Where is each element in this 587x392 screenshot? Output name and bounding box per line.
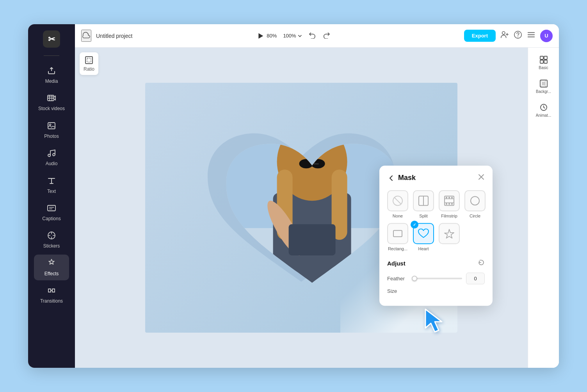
size-label: Size — [387, 288, 411, 294]
sidebar-item-media[interactable]: Media — [34, 62, 69, 88]
transitions-icon — [47, 286, 56, 297]
svg-rect-19 — [528, 32, 535, 33]
svg-line-38 — [394, 197, 401, 204]
heart-masked-image — [222, 130, 402, 298]
svg-rect-21 — [528, 37, 535, 37]
size-row: Size — [387, 288, 485, 294]
canvas-area[interactable]: Ratio — [75, 48, 528, 368]
save-to-cloud-button[interactable] — [81, 30, 91, 42]
sidebar-item-stock-videos[interactable]: Stock videos — [34, 89, 69, 115]
sidebar-item-effects-label: Effects — [44, 271, 59, 276]
svg-rect-54 — [540, 60, 543, 63]
animate-icon — [539, 103, 548, 112]
play-button[interactable]: 80% — [256, 32, 277, 40]
photos-icon — [47, 121, 56, 132]
sidebar-item-transitions[interactable]: Transitions — [34, 282, 69, 308]
help-button[interactable] — [514, 30, 522, 41]
export-button[interactable]: Export — [464, 30, 496, 42]
redo-button[interactable] — [323, 31, 331, 41]
mask-circle-label: Circle — [470, 214, 480, 218]
svg-rect-57 — [542, 82, 546, 86]
mask-panel-header: Mask — [387, 173, 485, 182]
feather-label: Feather — [387, 276, 411, 282]
svg-rect-48 — [448, 203, 450, 205]
svg-rect-44 — [446, 197, 447, 198]
mask-item-star[interactable] — [439, 223, 460, 251]
more-options-button[interactable] — [527, 30, 535, 41]
sidebar-divider — [44, 55, 59, 56]
right-panel: Basic Backgr... Animat... — [528, 48, 559, 368]
adjust-reset-button[interactable] — [478, 259, 485, 268]
right-panel-animate[interactable]: Animat... — [530, 100, 557, 121]
sidebar-item-effects[interactable]: Effects — [34, 255, 69, 280]
app-container: ✂ Media Stock — [28, 24, 559, 368]
main-area: Untitled project 80% 100% — [75, 24, 559, 368]
mask-split-label: Split — [419, 214, 427, 218]
sidebar-item-text[interactable]: Text — [34, 172, 69, 198]
svg-rect-45 — [448, 197, 450, 198]
mask-item-circle[interactable]: Circle — [464, 190, 486, 218]
sidebar-item-audio[interactable]: Audio — [34, 144, 69, 170]
mask-back-button[interactable] — [387, 174, 395, 182]
right-panel-basic[interactable]: Basic — [530, 52, 557, 73]
sidebar-item-stickers-label: Stickers — [43, 243, 60, 249]
svg-rect-2 — [48, 95, 54, 101]
svg-rect-23 — [87, 58, 91, 62]
mask-close-button[interactable] — [478, 173, 485, 182]
adjust-header: Adjust — [387, 259, 485, 268]
feather-track — [414, 278, 462, 279]
svg-rect-52 — [540, 56, 543, 59]
svg-rect-49 — [451, 203, 453, 205]
mask-rectangle-label: Rectang... — [388, 246, 407, 251]
undo-button[interactable] — [309, 31, 317, 41]
svg-rect-34 — [313, 163, 319, 164]
sidebar-item-audio-label: Audio — [46, 161, 58, 166]
right-panel-background[interactable]: Backgr... — [530, 76, 557, 97]
mask-title: Mask — [398, 174, 416, 182]
feather-value[interactable]: 0 — [466, 273, 485, 284]
svg-rect-7 — [48, 123, 55, 129]
svg-point-50 — [471, 196, 479, 205]
svg-rect-46 — [451, 197, 453, 198]
mask-item-split[interactable]: Split — [413, 190, 434, 218]
mask-item-rectangle[interactable]: Rectang... — [387, 223, 408, 251]
svg-point-10 — [53, 153, 55, 156]
mask-item-heart[interactable]: Heart — [413, 223, 434, 251]
user-avatar[interactable]: U — [540, 30, 553, 42]
svg-rect-55 — [544, 60, 547, 63]
sidebar-item-photos[interactable]: Photos — [34, 117, 69, 143]
ratio-button[interactable]: Ratio — [80, 52, 98, 75]
topbar-actions: Export — [464, 30, 553, 42]
sidebar-item-captions[interactable]: Captions — [34, 200, 69, 225]
sidebar-item-stock-videos-label: Stock videos — [38, 106, 65, 111]
svg-text:✂: ✂ — [48, 34, 55, 44]
adjust-title: Adjust — [387, 260, 406, 267]
mask-item-filmstrip[interactable]: Filmstrip — [439, 190, 460, 218]
svg-rect-47 — [446, 203, 447, 205]
mask-star-icon — [439, 223, 460, 244]
basic-icon — [539, 55, 548, 64]
mask-header-left: Mask — [387, 174, 416, 182]
zoom-control[interactable]: 100% — [283, 33, 302, 39]
logo-icon[interactable]: ✂ — [43, 30, 60, 48]
svg-point-9 — [48, 154, 50, 157]
stock-videos-icon — [47, 93, 56, 104]
background-label: Backgr... — [536, 89, 551, 94]
mask-panel: Mask — [379, 166, 493, 306]
mask-split-icon — [413, 190, 434, 211]
mask-item-none[interactable]: None — [387, 190, 408, 218]
svg-rect-51 — [393, 230, 402, 237]
text-icon — [47, 176, 56, 187]
sidebar-item-stickers[interactable]: Stickers — [34, 227, 69, 253]
feather-slider[interactable] — [414, 278, 462, 279]
feather-row: Feather 0 — [387, 273, 485, 284]
svg-marker-15 — [258, 33, 263, 39]
background-icon — [539, 79, 548, 88]
feather-thumb[interactable] — [412, 276, 417, 281]
ratio-label: Ratio — [84, 66, 94, 72]
sidebar-item-text-label: Text — [47, 189, 56, 194]
mask-none-label: None — [393, 214, 403, 218]
svg-point-32 — [299, 159, 313, 168]
svg-rect-22 — [85, 57, 92, 64]
user-management-button[interactable] — [500, 30, 509, 41]
